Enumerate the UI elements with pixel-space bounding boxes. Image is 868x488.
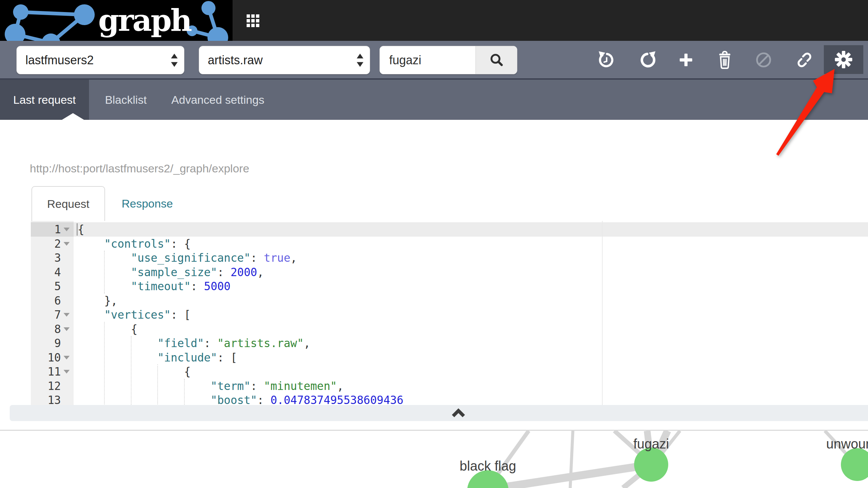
search-icon xyxy=(489,52,505,68)
editor-code-line: "include": [ xyxy=(78,350,237,365)
active-tab-notch xyxy=(62,113,84,120)
add-icon xyxy=(677,51,695,69)
fold-arrow-icon[interactable] xyxy=(64,313,70,317)
block-ban-icon xyxy=(754,51,773,69)
editor-line-number: 5 xyxy=(31,279,73,294)
tab-last-request-label: Last request xyxy=(13,93,75,106)
delete-trash-icon xyxy=(716,51,733,69)
editor-active-line xyxy=(73,222,868,237)
settings-gear-icon xyxy=(835,51,852,69)
fold-arrow-icon[interactable] xyxy=(64,356,70,360)
editor-line-number: 3 xyxy=(31,251,73,265)
editor-code-line: { xyxy=(78,222,84,237)
tab-request[interactable]: Request xyxy=(31,186,105,221)
editor-text-cursor xyxy=(76,223,78,236)
editor-code-line: "boost": 0.047837495538609436 xyxy=(78,393,404,406)
editor-line-number: 12 xyxy=(31,379,73,393)
editor-code-line: "vertices": [ xyxy=(78,308,191,322)
tab-blacklist[interactable]: Blacklist xyxy=(89,80,163,120)
select-spinner-icon xyxy=(356,53,364,68)
field-select[interactable]: artists.raw xyxy=(199,46,370,74)
kibana-graph-app: graph lastfmusers2 artists.raw xyxy=(0,0,868,488)
chevron-up-icon xyxy=(451,408,466,418)
tab-request-label: Request xyxy=(47,197,90,211)
editor-line-number: 2 xyxy=(31,237,73,251)
search-bar xyxy=(379,46,517,74)
index-select-value: lastfmusers2 xyxy=(25,53,170,67)
graph-node-label-fugazi: fugazi xyxy=(633,436,669,451)
top-navbar: graph xyxy=(0,0,868,41)
collapse-panel-bar[interactable] xyxy=(10,405,868,421)
fold-arrow-icon[interactable] xyxy=(64,327,70,331)
graph-logo: graph xyxy=(0,0,232,41)
fold-arrow-icon[interactable] xyxy=(64,242,70,246)
apps-grid-icon[interactable] xyxy=(244,12,262,29)
editor-code-line: "use_significance": true, xyxy=(78,251,297,265)
graph-node-label-unwound: unwound xyxy=(826,436,868,451)
editor-line-number: 7 xyxy=(31,308,73,322)
fold-arrow-icon[interactable] xyxy=(64,370,70,373)
field-select-value: artists.raw xyxy=(208,53,356,67)
editor-line-number: 11 xyxy=(31,365,73,379)
undo-button[interactable] xyxy=(595,48,619,72)
graph-logo-art: graph xyxy=(0,0,232,41)
graph-workspace: black flag fugazi unwound xyxy=(0,431,868,488)
search-input[interactable] xyxy=(380,46,475,74)
graph-node-label-black-flag: black flag xyxy=(460,459,516,473)
fold-arrow-icon[interactable] xyxy=(64,227,70,231)
select-spinner-icon xyxy=(170,53,178,68)
editor-code-line: "timeout": 5000 xyxy=(78,279,230,294)
unlink-icon xyxy=(796,51,813,69)
unlink-button[interactable] xyxy=(793,48,816,72)
request-url: http://host:port/lastfmusers2/_graph/exp… xyxy=(30,162,249,175)
redo-icon xyxy=(638,51,657,69)
editor-line-number: 13 xyxy=(31,393,73,406)
editor-line-number: 4 xyxy=(31,265,73,279)
editor-code-line: { xyxy=(78,322,137,336)
add-node-button[interactable] xyxy=(674,48,698,72)
editor-code-line: }, xyxy=(78,294,118,308)
undo-history-icon xyxy=(597,51,616,69)
tab-advanced-settings-label: Advanced settings xyxy=(171,93,265,106)
redo-button[interactable] xyxy=(636,48,659,72)
editor-line-number: 8 xyxy=(31,322,73,336)
tab-response-label: Response xyxy=(121,197,173,210)
editor-code-line: "field": "artists.raw", xyxy=(78,336,310,350)
editor-line-number: 6 xyxy=(31,294,73,308)
settings-button[interactable] xyxy=(824,45,863,74)
index-select[interactable]: lastfmusers2 xyxy=(17,46,184,74)
request-json-editor[interactable]: 12345678910111213 { "controls": { "use_s… xyxy=(0,221,868,406)
editor-code-line: "controls": { xyxy=(78,237,191,251)
graph-node-fugazi[interactable] xyxy=(634,448,668,482)
editor-line-number: 9 xyxy=(31,336,73,350)
editor-line-number: 1 xyxy=(31,222,73,237)
tab-blacklist-label: Blacklist xyxy=(105,93,147,106)
search-button[interactable] xyxy=(475,46,517,74)
editor-line-number: 10 xyxy=(31,350,73,365)
brand-wordmark: graph xyxy=(98,2,192,38)
editor-code-line: "term": "minutemen", xyxy=(78,379,344,393)
tab-response[interactable]: Response xyxy=(121,186,174,221)
tab-advanced-settings[interactable]: Advanced settings xyxy=(163,80,273,120)
editor-code-line: "sample_size": 2000, xyxy=(78,265,264,279)
editor-print-margin xyxy=(602,221,603,406)
delete-button[interactable] xyxy=(713,48,737,72)
block-button[interactable] xyxy=(751,48,776,72)
editor-code-line: { xyxy=(78,365,191,379)
